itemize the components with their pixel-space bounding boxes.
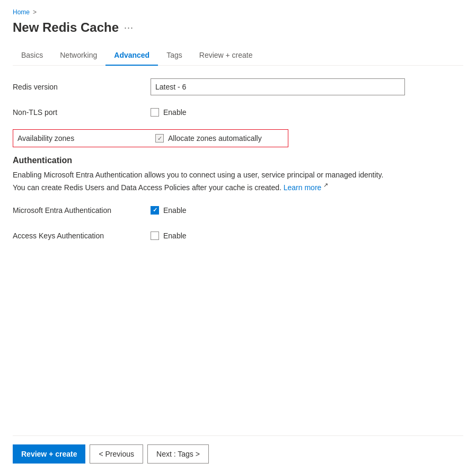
tab-tags[interactable]: Tags [158, 46, 191, 66]
availability-zones-checkbox-row: Allocate zones automatically [155, 134, 284, 143]
previous-button[interactable]: < Previous [90, 444, 143, 464]
availability-zones-checkbox[interactable] [155, 134, 164, 143]
review-create-button[interactable]: Review + create [13, 444, 85, 464]
breadcrumb: Home > [13, 8, 463, 16]
auth-description: Enabling Microsoft Entra Authentication … [13, 170, 394, 193]
learn-more-link[interactable]: Learn more [284, 183, 322, 192]
breadcrumb-separator: > [33, 8, 37, 16]
entra-auth-checkbox[interactable] [151, 206, 159, 215]
auth-desc-text: Enabling Microsoft Entra Authentication … [13, 171, 383, 192]
bottom-bar: Review + create < Previous Next : Tags > [13, 435, 463, 472]
entra-auth-checkbox-row: Enable [151, 206, 405, 215]
tab-review-create[interactable]: Review + create [191, 46, 261, 66]
auth-heading: Authentication [13, 156, 463, 165]
availability-zones-checkbox-label: Allocate zones automatically [168, 134, 262, 143]
entra-auth-control: Enable [151, 206, 405, 215]
non-tls-port-row: Non-TLS port Enable [13, 104, 463, 121]
form-section: Redis version Non-TLS port Enable Availa… [13, 78, 463, 435]
entra-auth-row: Microsoft Entra Authentication Enable [13, 202, 463, 219]
non-tls-port-control: Enable [151, 108, 405, 117]
tab-bar: Basics Networking Advanced Tags Review +… [13, 46, 463, 66]
access-keys-checkbox-label: Enable [163, 231, 187, 240]
access-keys-auth-label: Access Keys Authentication [13, 231, 151, 240]
availability-zones-label: Availability zones [17, 134, 155, 143]
non-tls-checkbox-row: Enable [151, 108, 405, 117]
access-keys-auth-row: Access Keys Authentication Enable [13, 227, 463, 244]
redis-version-control [151, 78, 405, 95]
non-tls-checkbox-label: Enable [163, 108, 187, 117]
tab-networking[interactable]: Networking [51, 46, 105, 66]
external-link-icon: ↗ [323, 182, 328, 188]
page-title-row: New Redis Cache ··· [13, 20, 463, 35]
tab-advanced[interactable]: Advanced [105, 46, 158, 66]
access-keys-auth-control: Enable [151, 231, 405, 240]
breadcrumb-home[interactable]: Home [13, 8, 30, 16]
redis-version-label: Redis version [13, 83, 151, 91]
more-options-icon[interactable]: ··· [124, 22, 134, 33]
access-keys-checkbox[interactable] [151, 231, 159, 240]
availability-zones-control: Allocate zones automatically [155, 134, 284, 143]
non-tls-port-label: Non-TLS port [13, 108, 151, 117]
tab-basics[interactable]: Basics [13, 46, 51, 66]
entra-auth-label: Microsoft Entra Authentication [13, 206, 151, 215]
authentication-section: Authentication Enabling Microsoft Entra … [13, 156, 463, 244]
non-tls-checkbox[interactable] [151, 108, 159, 117]
page-title: New Redis Cache [13, 20, 119, 35]
access-keys-checkbox-row: Enable [151, 231, 405, 240]
entra-auth-checkbox-label: Enable [163, 206, 187, 215]
availability-zones-row: Availability zones Allocate zones automa… [13, 129, 288, 147]
redis-version-row: Redis version [13, 78, 463, 95]
next-button[interactable]: Next : Tags > [147, 444, 209, 464]
redis-version-input[interactable] [151, 78, 405, 95]
